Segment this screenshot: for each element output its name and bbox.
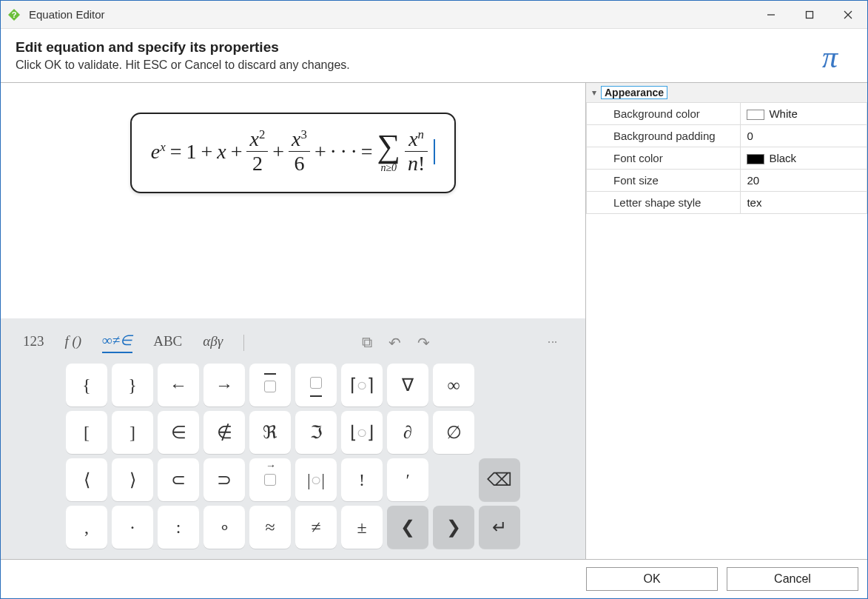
ok-button[interactable]: OK [586,567,718,591]
key-⟨[interactable]: ⟨ [66,458,107,501]
key-∇[interactable]: ∇ [387,364,428,406]
key-underline[interactable] [295,364,337,406]
key-vector[interactable]: → [249,458,291,501]
maximize-button[interactable] [790,1,829,29]
key-left[interactable]: ❮ [387,506,428,549]
header-subheading: Click OK to validate. Hit ESC or Cancel … [16,58,350,72]
svg-text:?: ? [12,10,17,19]
key-[[interactable]: [ [66,411,107,454]
tab-numbers[interactable]: 123 [23,333,44,352]
chevron-down-icon: ▾ [592,87,596,98]
key-⊃[interactable]: ⊃ [203,458,245,501]
key-∞[interactable]: ∞ [433,364,474,406]
key-][interactable]: ] [112,411,153,454]
key-![interactable]: ! [341,458,383,501]
key-⟩[interactable]: ⟩ [112,458,153,501]
redo-icon[interactable]: ↷ [417,334,430,352]
key-floor[interactable]: ⌊○⌋ [341,411,383,454]
titlebar: ? Equation Editor [1,1,867,29]
pi-icon: π [822,39,852,75]
property-row[interactable]: Letter shape styletex [587,192,867,214]
cancel-button[interactable]: Cancel [727,567,858,591]
svg-rect-3 [807,11,813,18]
equation-canvas[interactable]: ex = 1 + x + x2 2 + x3 6 [1,83,585,318]
key-∘[interactable]: ∘ [203,506,245,549]
key-∅[interactable]: ∅ [433,411,474,454]
key-≈[interactable]: ≈ [249,506,291,549]
key-≠[interactable]: ≠ [295,506,337,549]
key-ℜ[interactable]: ℜ [249,411,291,454]
main-split: ex = 1 + x + x2 2 + x3 6 [1,83,867,559]
copy-icon[interactable]: ⧉ [362,334,372,352]
property-row[interactable]: Font size20 [587,170,867,192]
property-label: Background padding [587,125,741,147]
virtual-keyboard: 123 f () ∞≠∈ ABC αβγ ⧉ ↶ ↷ ⋮ {}←→⌈○⌉∇∞[]… [1,318,585,559]
key-}[interactable]: } [112,364,153,406]
key-enter[interactable]: ↵ [479,506,520,549]
key-·[interactable]: · [112,506,153,549]
tab-symbols[interactable]: ∞≠∈ [102,332,132,353]
header-heading: Edit equation and specify its properties [16,39,350,56]
key-∉[interactable]: ∉ [203,411,245,454]
key-backspace[interactable]: ⌫ [479,458,520,501]
window-title: Equation Editor [29,8,105,21]
keyboard-tabs: 123 f () ∞≠∈ ABC αβγ ⧉ ↶ ↷ ⋮ [8,332,578,364]
key-grid: {}←→⌈○⌉∇∞[]∈∉ℜℑ⌊○⌋∂∅⟨⟩⊂⊃→|○|!′⌫,·:∘≈≠±❮❯… [8,364,578,549]
tab-functions[interactable]: f () [65,333,82,352]
property-row[interactable]: Background colorWhite [587,103,867,125]
property-value[interactable]: 20 [741,170,867,192]
properties-table: Background colorWhiteBackground padding0… [586,102,867,214]
property-value[interactable]: White [741,103,867,125]
properties-pane: ▾ Appearance Background colorWhiteBackgr… [586,83,867,559]
key-∈[interactable]: ∈ [158,411,199,454]
key-:[interactable]: : [158,506,199,549]
key-overline[interactable] [249,364,291,406]
key-{[interactable]: { [66,364,107,406]
property-label: Font size [587,170,741,192]
property-value[interactable]: tex [741,192,867,214]
key-∂[interactable]: ∂ [387,411,428,454]
properties-section-title: Appearance [601,86,667,99]
key-ceiling[interactable]: ⌈○⌉ [341,364,383,406]
key-←[interactable]: ← [158,364,199,406]
property-value[interactable]: 0 [741,125,867,147]
property-row[interactable]: Background padding0 [587,125,867,147]
undo-icon[interactable]: ↶ [388,334,401,352]
equation-box[interactable]: ex = 1 + x + x2 2 + x3 6 [130,113,456,193]
key-abs[interactable]: |○| [295,458,337,501]
color-swatch [747,110,764,120]
property-label: Font color [587,147,741,170]
properties-section-header[interactable]: ▾ Appearance [586,83,867,102]
key-,[interactable]: , [66,506,107,549]
property-value[interactable]: Black [741,147,867,170]
dialog-buttons: OK Cancel [1,559,867,598]
close-button[interactable] [829,1,867,29]
property-label: Letter shape style [587,192,741,214]
key-ℑ[interactable]: ℑ [295,411,337,454]
keyboard-more-icon[interactable]: ⋮ [547,337,559,349]
key-±[interactable]: ± [341,506,383,549]
property-row[interactable]: Font colorBlack [587,147,867,170]
color-swatch [747,154,764,164]
left-pane: ex = 1 + x + x2 2 + x3 6 [1,83,586,559]
tab-latin[interactable]: ABC [153,333,182,352]
app-icon: ? [7,7,21,22]
minimize-button[interactable] [752,1,790,29]
property-label: Background color [587,103,741,125]
tab-greek[interactable]: αβγ [203,333,223,352]
text-cursor [434,139,435,164]
header: Edit equation and specify its properties… [1,29,867,83]
key-right[interactable]: ❯ [433,506,474,549]
key-⊂[interactable]: ⊂ [158,458,199,501]
key-′[interactable]: ′ [387,458,428,501]
key-→[interactable]: → [203,364,245,406]
